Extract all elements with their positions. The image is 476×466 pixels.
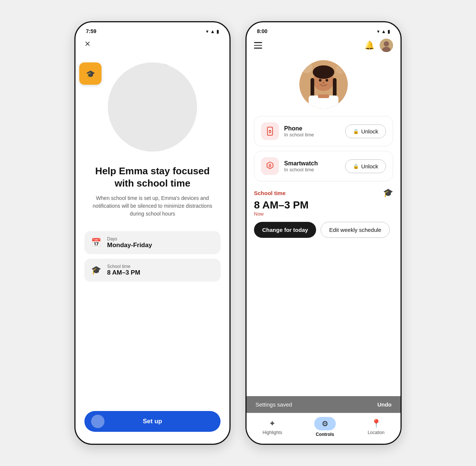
- status-icons-2: ▾ ▲ ▮: [377, 29, 390, 34]
- school-time-section: School time 🎓 8 AM–3 PM Now Change for t…: [247, 181, 401, 242]
- svg-point-32: [301, 62, 312, 73]
- watch-unlock-label: Unlock: [361, 163, 378, 169]
- phone-device-name: Phone: [284, 125, 314, 132]
- child-avatar-area: [247, 56, 401, 116]
- phone1-header: ✕: [75, 36, 229, 52]
- location-icon: 📍: [371, 419, 381, 428]
- watch-card-left: Smartwatch In school time: [261, 157, 318, 175]
- battery-icon: ▮: [216, 29, 219, 34]
- nav-controls[interactable]: ⚙ Controls: [314, 417, 336, 437]
- setup-button[interactable]: Set up: [84, 411, 221, 432]
- lock-icon-1: 🔒: [353, 129, 359, 134]
- days-card-text: Days Monday-Friday: [107, 236, 152, 249]
- nav-controls-bg: ⚙: [314, 417, 336, 430]
- setup-btn-area: Set up: [75, 402, 229, 444]
- hamburger-line3: [254, 48, 262, 49]
- phone2-topbar: 🔔: [247, 36, 401, 56]
- days-value: Monday-Friday: [107, 242, 152, 249]
- status-icons-1: ▾ ▲ ▮: [206, 29, 219, 34]
- controls-icon: ⚙: [322, 419, 328, 428]
- svg-rect-25: [311, 78, 314, 97]
- school-time-value: 8 AM–3 PM: [107, 269, 140, 276]
- controls-label: Controls: [316, 432, 334, 437]
- phone-card-left: Phone In school time: [261, 122, 314, 140]
- status-time-1: 7:59: [86, 28, 96, 34]
- school-time-header: School time 🎓: [254, 188, 393, 198]
- illustration-bg: [108, 62, 197, 152]
- undo-button[interactable]: Undo: [377, 401, 392, 408]
- info-cards: 📅 Days Monday-Friday 🎓 School time 8 AM–…: [75, 224, 229, 289]
- school-time-section-icon: 🎓: [383, 188, 393, 198]
- svg-rect-26: [333, 78, 337, 97]
- bell-icon[interactable]: 🔔: [364, 41, 374, 50]
- parent-avatar[interactable]: [380, 39, 393, 52]
- school-time-actions: Change for today Edit weekly schedule: [254, 222, 393, 238]
- highlights-icon: ✦: [269, 419, 276, 428]
- phone2-main: 🔔: [247, 36, 401, 444]
- svg-point-28: [326, 79, 328, 82]
- signal-bars-icon: ▲: [210, 29, 215, 34]
- watch-device-status: In school time: [284, 167, 318, 172]
- phone-device-info: Phone In school time: [284, 125, 314, 137]
- hamburger-line2: [254, 45, 262, 46]
- svg-point-29: [323, 82, 325, 84]
- days-label: Days: [107, 236, 152, 242]
- lock-icon-2: 🔒: [353, 164, 359, 169]
- now-label: Now: [254, 211, 393, 217]
- location-label: Location: [368, 430, 385, 435]
- phone1: 7:59 ▾ ▲ ▮ ✕ 🎓: [74, 21, 231, 445]
- nav-highlights[interactable]: ✦ Highlights: [263, 419, 282, 435]
- school-time-card-text: School time 8 AM–3 PM: [107, 264, 140, 276]
- phone-unlock-button[interactable]: 🔒 Unlock: [345, 124, 386, 138]
- edit-weekly-button[interactable]: Edit weekly schedule: [321, 222, 390, 238]
- illustration-area: 🎓: [75, 55, 229, 159]
- school-time-card: 🎓 School time 8 AM–3 PM: [84, 259, 221, 282]
- phone-locked-icon: [265, 126, 275, 136]
- watch-device-info: Smartwatch In school time: [284, 160, 318, 172]
- status-bar-1: 7:59 ▾ ▲ ▮: [75, 22, 229, 36]
- svg-point-36: [270, 131, 271, 132]
- svg-point-20: [384, 41, 389, 46]
- phone1-title: Help Emma stay focused with school time: [87, 165, 218, 189]
- hamburger-menu[interactable]: [254, 42, 262, 49]
- phone1-main: ✕ 🎓: [75, 36, 229, 444]
- hamburger-line1: [254, 42, 262, 43]
- topbar-right: 🔔: [364, 39, 393, 52]
- svg-point-27: [319, 79, 322, 82]
- settings-saved-bar: Settings saved Undo: [247, 396, 401, 413]
- setup-btn-dot: [91, 415, 104, 428]
- nav-location[interactable]: 📍 Location: [368, 419, 385, 435]
- school-time-icon: 🎓: [91, 265, 101, 275]
- highlights-label: Highlights: [263, 430, 282, 435]
- phone-device-card: Phone In school time 🔒 Unlock: [254, 116, 393, 146]
- phone-unlock-label: Unlock: [361, 128, 378, 135]
- svg-rect-31: [318, 94, 329, 98]
- child-avatar: [299, 60, 348, 109]
- status-time-2: 8:00: [257, 28, 267, 34]
- watch-device-name: Smartwatch: [284, 160, 318, 167]
- watch-locked-icon: [265, 161, 275, 171]
- svg-text:🎓: 🎓: [86, 69, 95, 78]
- school-time-range: 8 AM–3 PM: [254, 199, 393, 211]
- battery-icon-2: ▮: [387, 29, 390, 34]
- signal-bars-icon-2: ▲: [381, 29, 386, 34]
- phone-device-icon-wrap: [261, 122, 279, 140]
- setup-btn-label: Set up: [143, 418, 162, 425]
- days-card: 📅 Days Monday-Friday: [84, 231, 221, 254]
- wifi-icon-2: ▾: [377, 29, 380, 34]
- settings-saved-text: Settings saved: [255, 401, 292, 408]
- close-button[interactable]: ✕: [84, 39, 91, 48]
- school-badge-icon: 🎓: [79, 62, 102, 85]
- change-for-today-button[interactable]: Change for today: [254, 222, 316, 238]
- phone1-text-area: Help Emma stay focused with school time …: [75, 159, 229, 224]
- watch-device-icon-wrap: [261, 157, 279, 175]
- watch-unlock-button[interactable]: 🔒 Unlock: [345, 159, 386, 173]
- school-time-section-label: School time: [254, 190, 286, 196]
- smartwatch-device-card: Smartwatch In school time 🔒 Unlock: [254, 151, 393, 181]
- calendar-icon: 📅: [91, 238, 101, 247]
- svg-point-33: [336, 65, 345, 74]
- status-bar-2: 8:00 ▾ ▲ ▮: [247, 22, 401, 36]
- svg-point-40: [270, 165, 271, 166]
- school-time-label: School time: [107, 264, 140, 269]
- svg-point-24: [313, 65, 334, 79]
